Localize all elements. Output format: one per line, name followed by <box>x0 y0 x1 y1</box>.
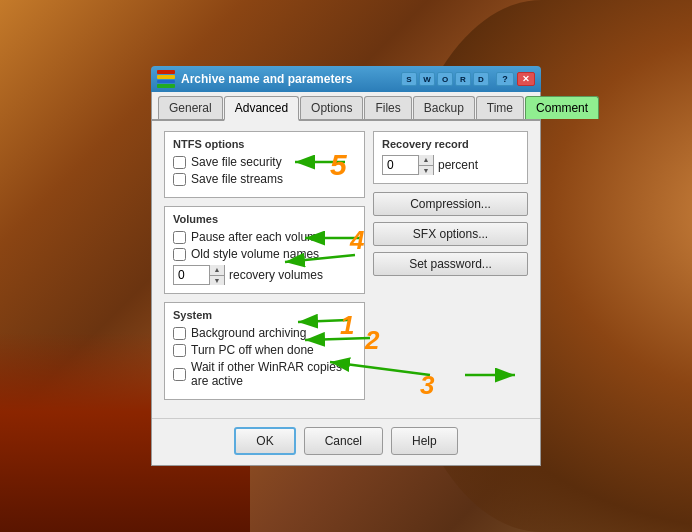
wait-copies-checkbox[interactable] <box>173 368 186 381</box>
sword-buttons: S W O R D <box>401 72 489 86</box>
ntfs-label: NTFS options <box>173 138 356 150</box>
recovery-volumes-arrows: ▲ ▼ <box>209 265 224 285</box>
system-label: System <box>173 309 356 321</box>
ok-button[interactable]: OK <box>234 427 295 455</box>
s-btn[interactable]: S <box>401 72 417 86</box>
dialog-title: Archive name and parameters <box>181 72 352 86</box>
top-section: NTFS options Save file security Save fil… <box>164 131 528 408</box>
recovery-section: Recovery record ▲ ▼ percent <box>373 131 528 184</box>
wait-copies-row: Wait if other WinRAR copies are active <box>173 360 356 388</box>
tab-time[interactable]: Time <box>476 96 524 119</box>
sfx-options-button[interactable]: SFX options... <box>373 222 528 246</box>
old-style-label: Old style volume names <box>191 247 319 261</box>
tab-backup[interactable]: Backup <box>413 96 475 119</box>
save-security-checkbox[interactable] <box>173 156 186 169</box>
title-bar: Archive name and parameters S W O R D ? … <box>151 66 541 92</box>
o-btn[interactable]: O <box>437 72 453 86</box>
dialog: Archive name and parameters S W O R D ? … <box>151 66 541 466</box>
turn-pc-off-checkbox[interactable] <box>173 344 186 357</box>
recovery-up[interactable]: ▲ <box>419 155 433 166</box>
tab-advanced[interactable]: Advanced <box>224 96 299 121</box>
help-button[interactable]: Help <box>391 427 458 455</box>
recovery-volumes-down[interactable]: ▼ <box>210 276 224 286</box>
r-btn[interactable]: R <box>455 72 471 86</box>
save-streams-row: Save file streams <box>173 172 356 186</box>
recovery-volumes-label: recovery volumes <box>229 268 323 282</box>
winrar-icon <box>157 70 175 88</box>
bg-archiving-checkbox[interactable] <box>173 327 186 340</box>
recovery-unit-label: percent <box>438 158 478 172</box>
set-password-button[interactable]: Set password... <box>373 252 528 276</box>
tabs-row: General Advanced Options Files Backup Ti… <box>152 92 540 121</box>
ntfs-section: NTFS options Save file security Save fil… <box>164 131 365 198</box>
bg-archiving-label: Background archiving <box>191 326 306 340</box>
recovery-down[interactable]: ▼ <box>419 166 433 176</box>
volumes-label: Volumes <box>173 213 356 225</box>
save-security-row: Save file security <box>173 155 356 169</box>
volumes-section: Volumes Pause after each volume Old styl… <box>164 206 365 294</box>
recovery-volumes-row: ▲ ▼ recovery volumes <box>173 265 356 285</box>
recovery-volumes-spinner[interactable]: ▲ ▼ <box>173 265 225 285</box>
save-streams-label: Save file streams <box>191 172 283 186</box>
pause-volume-row: Pause after each volume <box>173 230 356 244</box>
tab-options[interactable]: Options <box>300 96 363 119</box>
compression-button[interactable]: Compression... <box>373 192 528 216</box>
side-buttons: Compression... SFX options... Set passwo… <box>373 192 528 276</box>
old-style-row: Old style volume names <box>173 247 356 261</box>
turn-pc-off-row: Turn PC off when done <box>173 343 356 357</box>
save-streams-checkbox[interactable] <box>173 173 186 186</box>
wait-copies-label: Wait if other WinRAR copies are active <box>191 360 356 388</box>
d-btn[interactable]: D <box>473 72 489 86</box>
recovery-label: Recovery record <box>382 138 519 150</box>
close-button[interactable]: ✕ <box>517 72 535 86</box>
recovery-arrows: ▲ ▼ <box>418 155 433 175</box>
tab-general[interactable]: General <box>158 96 223 119</box>
recovery-spinner[interactable]: ▲ ▼ <box>382 155 434 175</box>
recovery-volumes-input[interactable] <box>174 266 209 284</box>
left-col: NTFS options Save file security Save fil… <box>164 131 365 408</box>
old-style-checkbox[interactable] <box>173 248 186 261</box>
save-security-label: Save file security <box>191 155 282 169</box>
tab-comment[interactable]: Comment <box>525 96 599 119</box>
tab-files[interactable]: Files <box>364 96 411 119</box>
help-title-button[interactable]: ? <box>496 72 514 86</box>
turn-pc-off-label: Turn PC off when done <box>191 343 314 357</box>
bg-archiving-row: Background archiving <box>173 326 356 340</box>
right-col: Recovery record ▲ ▼ percent <box>373 131 528 408</box>
content-area: NTFS options Save file security Save fil… <box>152 121 540 418</box>
recovery-volumes-up[interactable]: ▲ <box>210 265 224 276</box>
recovery-spinner-row: ▲ ▼ percent <box>382 155 519 175</box>
dialog-body: General Advanced Options Files Backup Ti… <box>151 92 541 466</box>
w-btn[interactable]: W <box>419 72 435 86</box>
recovery-input[interactable] <box>383 156 418 174</box>
dialog-footer: OK Cancel Help <box>152 418 540 465</box>
pause-volume-checkbox[interactable] <box>173 231 186 244</box>
system-section: System Background archiving Turn PC off … <box>164 302 365 400</box>
cancel-button[interactable]: Cancel <box>304 427 383 455</box>
pause-volume-label: Pause after each volume <box>191 230 324 244</box>
